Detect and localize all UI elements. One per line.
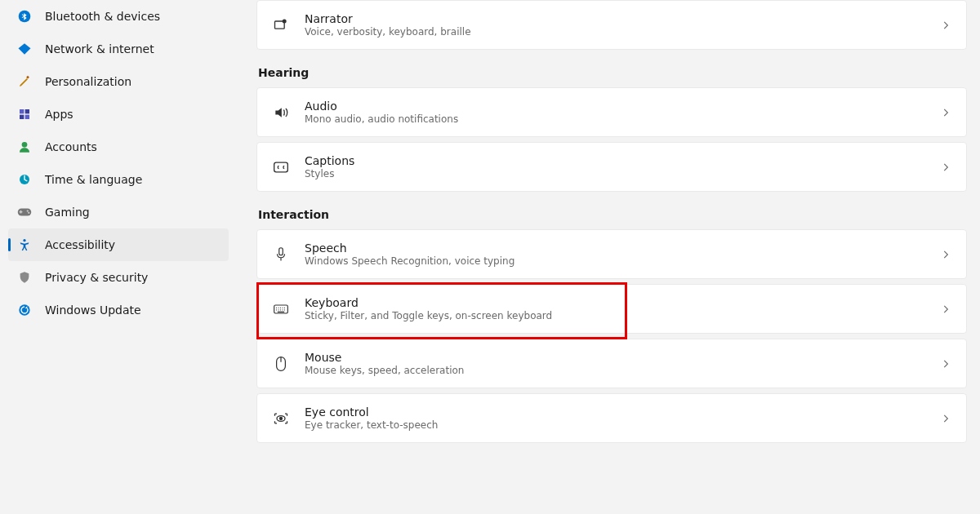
svg-rect-4 [20, 115, 24, 119]
sidebar-item-apps[interactable]: Apps [8, 98, 229, 131]
apps-icon [16, 106, 33, 122]
chevron-right-icon [940, 249, 951, 260]
person-icon [16, 139, 33, 155]
svg-rect-3 [25, 109, 29, 113]
sidebar-item-accounts[interactable]: Accounts [8, 131, 229, 163]
sidebar-item-accessibility[interactable]: Accessibility [8, 228, 229, 261]
settings-item-narrator[interactable]: Narrator Voice, verbosity, keyboard, bra… [256, 0, 967, 50]
sidebar-item-label: Accessibility [45, 238, 115, 251]
wifi-icon [16, 41, 33, 57]
settings-item-captions[interactable]: Captions Styles [256, 142, 967, 192]
chevron-right-icon [940, 304, 951, 315]
mouse-icon [272, 355, 290, 373]
sidebar-item-windows-update[interactable]: Windows Update [8, 294, 229, 326]
chevron-right-icon [940, 20, 951, 31]
bluetooth-icon [16, 8, 33, 24]
keyboard-icon [272, 300, 290, 318]
svg-rect-15 [274, 162, 288, 172]
sidebar-item-gaming[interactable]: Gaming [8, 196, 229, 228]
svg-point-10 [28, 212, 29, 214]
card-subtitle: Eye tracker, text-to-speech [305, 419, 940, 431]
svg-rect-1 [26, 76, 29, 79]
settings-item-mouse[interactable]: Mouse Mouse keys, speed, acceleration [256, 339, 967, 388]
card-text: Mouse Mouse keys, speed, acceleration [305, 351, 940, 376]
svg-point-6 [22, 142, 28, 148]
update-icon [16, 302, 33, 318]
card-subtitle: Windows Speech Recognition, voice typing [305, 255, 940, 267]
microphone-icon [272, 246, 290, 264]
svg-rect-2 [20, 109, 24, 113]
highlighted-wrap: Keyboard Sticky, Filter, and Toggle keys… [256, 284, 967, 334]
chevron-right-icon [940, 107, 951, 118]
speaker-icon [272, 104, 290, 122]
card-subtitle: Voice, verbosity, keyboard, braille [305, 26, 940, 38]
paintbrush-icon [16, 73, 33, 90]
card-subtitle: Mouse keys, speed, acceleration [305, 365, 940, 376]
sidebar-item-label: Accounts [45, 140, 97, 153]
sidebar: Bluetooth & devices Network & internet P… [0, 0, 237, 514]
sidebar-item-time-language[interactable]: Time & language [8, 163, 229, 196]
svg-point-11 [23, 239, 25, 241]
card-text: Narrator Voice, verbosity, keyboard, bra… [305, 12, 940, 38]
sidebar-item-network[interactable]: Network & internet [8, 33, 229, 65]
card-title: Captions [305, 154, 940, 167]
card-title: Narrator [305, 12, 940, 25]
gamepad-icon [16, 204, 33, 220]
section-header-interaction: Interaction [258, 208, 967, 221]
card-text: Eye control Eye tracker, text-to-speech [305, 405, 940, 431]
sidebar-item-label: Apps [45, 108, 74, 121]
sidebar-item-label: Bluetooth & devices [45, 10, 160, 23]
card-text: Keyboard Sticky, Filter, and Toggle keys… [305, 296, 940, 321]
card-subtitle: Sticky, Filter, and Toggle keys, on-scre… [305, 310, 940, 321]
sidebar-item-personalization[interactable]: Personalization [8, 65, 229, 98]
settings-item-audio[interactable]: Audio Mono audio, audio notifications [256, 87, 967, 137]
sidebar-item-label: Personalization [45, 75, 131, 88]
svg-point-20 [280, 417, 283, 419]
card-title: Keyboard [305, 296, 940, 309]
card-title: Mouse [305, 351, 940, 364]
svg-point-14 [283, 19, 287, 23]
accessibility-icon [16, 237, 33, 253]
sidebar-item-label: Time & language [45, 173, 142, 186]
globe-clock-icon [16, 171, 33, 188]
captions-icon [272, 158, 290, 176]
eye-icon [272, 410, 290, 428]
sidebar-item-label: Network & internet [45, 42, 154, 55]
shield-icon [16, 269, 33, 286]
sidebar-item-label: Windows Update [45, 304, 141, 317]
chevron-right-icon [940, 162, 951, 173]
chevron-right-icon [940, 358, 951, 370]
card-title: Audio [305, 100, 940, 113]
settings-item-eye-control[interactable]: Eye control Eye tracker, text-to-speech [256, 393, 967, 443]
card-text: Audio Mono audio, audio notifications [305, 100, 940, 125]
card-title: Eye control [305, 405, 940, 419]
sidebar-item-label: Privacy & security [45, 271, 148, 284]
card-subtitle: Mono audio, audio notifications [305, 113, 940, 125]
settings-item-speech[interactable]: Speech Windows Speech Recognition, voice… [256, 229, 967, 279]
svg-rect-16 [279, 247, 283, 255]
card-subtitle: Styles [305, 168, 940, 179]
card-title: Speech [305, 241, 940, 255]
sidebar-item-privacy[interactable]: Privacy & security [8, 261, 229, 294]
sidebar-item-label: Gaming [45, 206, 90, 219]
narrator-icon [272, 16, 290, 34]
settings-item-keyboard[interactable]: Keyboard Sticky, Filter, and Toggle keys… [256, 284, 967, 334]
chevron-right-icon [940, 413, 951, 424]
card-text: Speech Windows Speech Recognition, voice… [305, 241, 940, 267]
main-panel: Narrator Voice, verbosity, keyboard, bra… [237, 0, 980, 514]
sidebar-item-bluetooth[interactable]: Bluetooth & devices [8, 0, 229, 33]
card-text: Captions Styles [305, 154, 940, 179]
svg-point-9 [27, 210, 29, 211]
section-header-hearing: Hearing [258, 66, 967, 79]
svg-rect-5 [25, 115, 29, 119]
